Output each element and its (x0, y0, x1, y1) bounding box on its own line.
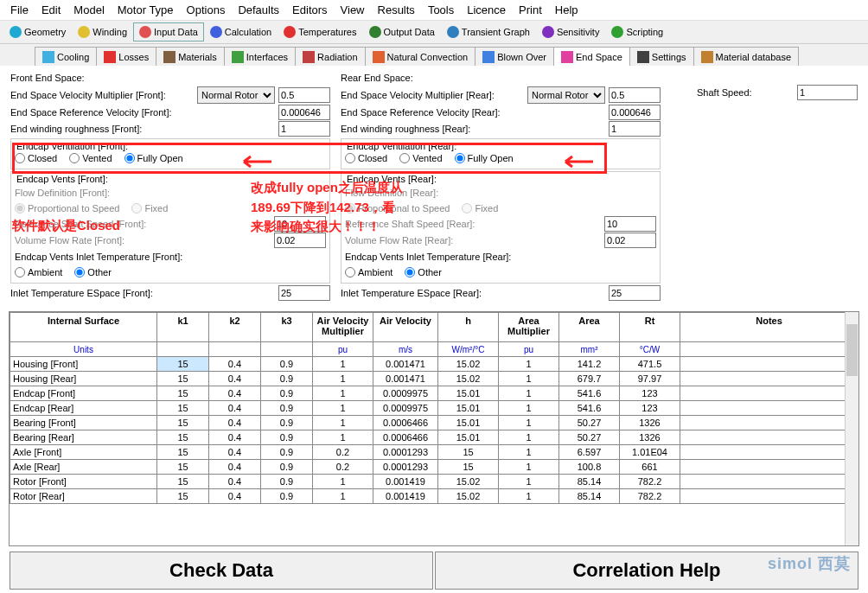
table-cell[interactable]: 15 (157, 401, 209, 416)
toolbar-scripting[interactable]: Scripting (605, 22, 669, 41)
table-cell[interactable]: Housing [Rear] (10, 372, 157, 386)
table-cell[interactable]: 15.01 (438, 416, 499, 430)
rear-refvel-input[interactable] (609, 105, 661, 120)
tab-end-space[interactable]: End Space (553, 47, 630, 66)
tab-material-database[interactable]: Material database (693, 47, 799, 66)
front-refvel-input[interactable] (278, 105, 330, 120)
table-cell[interactable] (680, 489, 858, 504)
table-cell[interactable]: 15.02 (438, 372, 499, 386)
table-cell[interactable]: 15 (157, 430, 209, 445)
table-cell[interactable]: 1 (499, 357, 559, 372)
col-header[interactable]: Internal Surface (10, 313, 157, 342)
table-cell[interactable]: 0.2 (313, 445, 373, 460)
table-cell[interactable]: 0.9 (261, 489, 313, 504)
tab-cooling[interactable]: Cooling (35, 47, 97, 66)
table-cell[interactable]: 15 (157, 489, 209, 504)
menu-tools[interactable]: Tools (423, 2, 459, 18)
table-cell[interactable]: 15 (438, 445, 499, 460)
rear-espacetemp-input[interactable] (609, 285, 661, 301)
table-cell[interactable]: 1 (499, 460, 559, 475)
table-cell[interactable]: 15 (157, 445, 209, 460)
table-cell[interactable] (680, 401, 858, 416)
table-cell[interactable]: 0.9 (261, 475, 313, 489)
col-header[interactable]: Notes (680, 313, 858, 342)
menu-licence[interactable]: Licence (462, 2, 511, 18)
table-cell[interactable]: 1 (313, 475, 373, 489)
col-header[interactable]: Area Multiplier (499, 313, 559, 342)
menu-motor-type[interactable]: Motor Type (112, 2, 179, 18)
menu-options[interactable]: Options (182, 2, 231, 18)
col-header[interactable]: k2 (209, 313, 261, 342)
table-cell[interactable]: 782.2 (620, 475, 680, 489)
table-cell[interactable]: Rotor [Front] (10, 475, 157, 489)
tab-radiation[interactable]: Radiation (295, 47, 365, 66)
table-cell[interactable]: 0.001471 (373, 372, 438, 386)
menu-defaults[interactable]: Defaults (233, 2, 284, 18)
rear-flow-prop[interactable]: Proportional to Speed (345, 203, 450, 214)
menu-results[interactable]: Results (373, 2, 420, 18)
table-cell[interactable]: 1 (499, 386, 559, 401)
menu-editors[interactable]: Editors (287, 2, 332, 18)
col-header[interactable]: h (438, 313, 499, 342)
toolbar-sensitivity[interactable]: Sensitivity (536, 22, 606, 41)
table-cell[interactable]: 0.0006466 (373, 430, 438, 445)
table-cell[interactable]: Endcap [Front] (10, 386, 157, 401)
table-cell[interactable]: 0.9 (261, 416, 313, 430)
table-cell[interactable]: 661 (620, 460, 680, 475)
table-cell[interactable]: Housing [Front] (10, 357, 157, 372)
table-cell[interactable]: 85.14 (559, 489, 620, 504)
toolbar-transient-graph[interactable]: Transient Graph (441, 22, 536, 41)
table-cell[interactable]: Axle [Rear] (10, 460, 157, 475)
table-cell[interactable]: 141.2 (559, 357, 620, 372)
table-cell[interactable]: 0.0006466 (373, 416, 438, 430)
rear-rough-input[interactable] (609, 121, 661, 137)
table-row[interactable]: Rotor [Rear]150.40.910.00141915.02185.14… (10, 489, 858, 504)
toolbar-winding[interactable]: Winding (72, 22, 133, 41)
table-cell[interactable]: 1 (313, 489, 373, 504)
data-table[interactable]: Internal Surfacek1k2k3Air Velocity Multi… (10, 312, 858, 504)
table-cell[interactable]: 679.7 (559, 372, 620, 386)
table-cell[interactable]: 15.01 (438, 386, 499, 401)
table-cell[interactable] (680, 357, 858, 372)
table-cell[interactable]: 1 (313, 416, 373, 430)
correlation-help-button[interactable]: Correlation Help (435, 552, 858, 590)
table-cell[interactable]: 541.6 (559, 401, 620, 416)
rear-vent-closed[interactable]: Closed (345, 153, 387, 163)
table-cell[interactable]: 0.9 (261, 445, 313, 460)
front-flow-prop[interactable]: Proportional to Speed (15, 203, 119, 214)
table-cell[interactable]: 0.0001293 (373, 445, 438, 460)
table-row[interactable]: Housing [Rear]150.40.910.00147115.021679… (10, 372, 858, 386)
table-cell[interactable]: 15 (157, 475, 209, 489)
front-velmult-input[interactable] (278, 87, 330, 103)
table-cell[interactable]: 0.001419 (373, 489, 438, 504)
menu-view[interactable]: View (335, 2, 370, 18)
toolbar-output-data[interactable]: Output Data (363, 22, 441, 41)
table-cell[interactable]: 15 (157, 357, 209, 372)
rear-velmult-input[interactable] (609, 87, 661, 103)
table-row[interactable]: Bearing [Front]150.40.910.000646615.0115… (10, 416, 858, 430)
table-row[interactable]: Axle [Front]150.40.90.20.00012931516.597… (10, 445, 858, 460)
table-cell[interactable]: 15 (157, 372, 209, 386)
table-cell[interactable]: 0.9 (261, 430, 313, 445)
toolbar-calculation[interactable]: Calculation (204, 22, 278, 41)
front-espacetemp-input[interactable] (278, 285, 330, 301)
table-cell[interactable]: 0.9 (261, 372, 313, 386)
table-cell[interactable]: 0.4 (209, 475, 261, 489)
col-header[interactable]: Air Velocity Multiplier (313, 313, 373, 342)
table-cell[interactable]: Bearing [Rear] (10, 430, 157, 445)
rear-velmult-select[interactable]: Normal Rotor (527, 86, 605, 104)
table-cell[interactable]: 1 (499, 416, 559, 430)
table-cell[interactable]: 15.01 (438, 430, 499, 445)
table-cell[interactable] (680, 460, 858, 475)
table-cell[interactable]: 1 (313, 430, 373, 445)
table-scrollbar[interactable] (845, 312, 858, 545)
table-cell[interactable]: 15 (438, 460, 499, 475)
table-cell[interactable]: 15 (157, 460, 209, 475)
tab-natural-convection[interactable]: Natural Convection (365, 47, 476, 66)
toolbar-temperatures[interactable]: Temperatures (278, 22, 362, 41)
table-cell[interactable] (680, 386, 858, 401)
table-cell[interactable]: 0.4 (209, 460, 261, 475)
toolbar-geometry[interactable]: Geometry (3, 22, 72, 41)
table-cell[interactable]: 541.6 (559, 386, 620, 401)
table-cell[interactable]: 1 (313, 372, 373, 386)
